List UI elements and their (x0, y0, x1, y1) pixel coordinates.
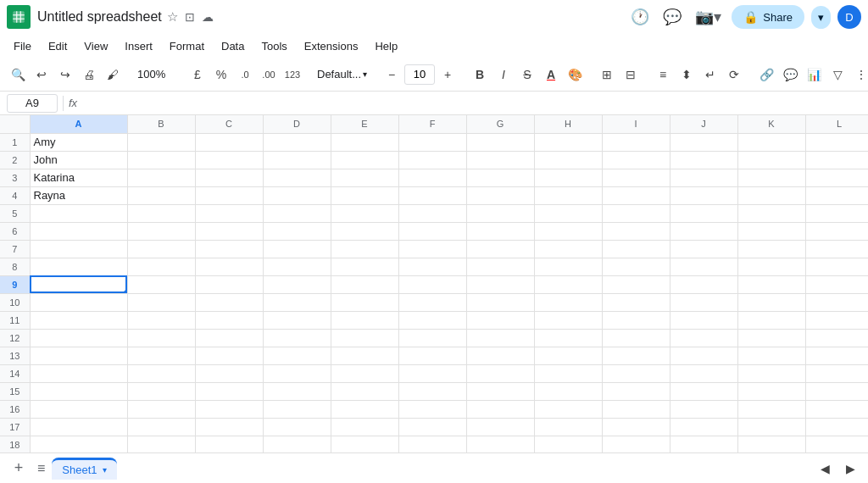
cell-J10[interactable] (670, 293, 737, 311)
row-number-3[interactable]: 3 (0, 169, 30, 186)
spreadsheet-title[interactable]: Untitled spreadsheet (37, 9, 162, 25)
search-button[interactable]: 🔍 (7, 64, 29, 86)
cell-A13[interactable] (30, 347, 127, 364)
cell-B16[interactable] (127, 400, 195, 418)
cell-L7[interactable] (805, 240, 868, 258)
cell-F9[interactable] (398, 275, 466, 293)
cell-I17[interactable] (602, 418, 670, 436)
scroll-right-button[interactable]: ▶ (839, 458, 861, 480)
cell-C3[interactable] (195, 169, 263, 186)
row-number-4[interactable]: 4 (0, 186, 30, 204)
cell-F3[interactable] (398, 169, 466, 186)
cell-L2[interactable] (805, 151, 868, 169)
cell-A12[interactable] (30, 329, 127, 347)
cell-L4[interactable] (805, 186, 868, 204)
cell-D15[interactable] (263, 382, 331, 400)
cell-L10[interactable] (805, 293, 868, 311)
cell-J18[interactable] (670, 436, 737, 452)
cell-G8[interactable] (466, 258, 534, 275)
cell-L12[interactable] (805, 329, 868, 347)
row-number-1[interactable]: 1 (0, 133, 30, 151)
row-number-13[interactable]: 13 (0, 347, 30, 364)
cell-A7[interactable] (30, 240, 127, 258)
cell-E9[interactable] (331, 275, 398, 293)
rotate-button[interactable]: ⟳ (723, 64, 745, 86)
row-number-16[interactable]: 16 (0, 400, 30, 418)
cell-I10[interactable] (602, 293, 670, 311)
row-number-12[interactable]: 12 (0, 329, 30, 347)
cell-B8[interactable] (127, 258, 195, 275)
cell-J9[interactable] (670, 275, 737, 293)
valign-button[interactable]: ⬍ (676, 64, 698, 86)
font-select[interactable]: Default... ▾ (314, 66, 370, 82)
row-number-5[interactable]: 5 (0, 204, 30, 222)
decimal-decrease-button[interactable]: .0 (234, 64, 256, 86)
cell-J5[interactable] (670, 204, 737, 222)
cell-I5[interactable] (602, 204, 670, 222)
cell-H10[interactable] (534, 293, 602, 311)
print-button[interactable]: 🖨 (78, 64, 100, 86)
add-sheet-button[interactable]: + (7, 457, 31, 480)
cell-J1[interactable] (670, 133, 737, 151)
cell-A2[interactable]: John (30, 151, 127, 169)
cell-L5[interactable] (805, 204, 868, 222)
cell-F16[interactable] (398, 400, 466, 418)
cell-K11[interactable] (737, 311, 805, 329)
menu-tools[interactable]: Tools (254, 38, 293, 54)
cell-I18[interactable] (602, 436, 670, 452)
more-button[interactable]: ⋮ (850, 64, 868, 86)
cell-H16[interactable] (534, 400, 602, 418)
cell-D6[interactable] (263, 222, 331, 240)
cell-E6[interactable] (331, 222, 398, 240)
cell-E2[interactable] (331, 151, 398, 169)
cell-A6[interactable] (30, 222, 127, 240)
cell-E5[interactable] (331, 204, 398, 222)
format-123-button[interactable]: 123 (281, 64, 303, 86)
undo-button[interactable]: ↩ (31, 64, 53, 86)
cell-B15[interactable] (127, 382, 195, 400)
cell-K6[interactable] (737, 222, 805, 240)
col-header-b[interactable]: B (127, 115, 195, 133)
font-size-input[interactable] (404, 64, 435, 85)
cell-C8[interactable] (195, 258, 263, 275)
currency-button[interactable]: £ (186, 64, 209, 86)
cell-D1[interactable] (263, 133, 331, 151)
bold-button[interactable]: B (469, 64, 491, 86)
cell-B14[interactable] (127, 364, 195, 382)
row-number-2[interactable]: 2 (0, 151, 30, 169)
cell-H14[interactable] (534, 364, 602, 382)
cell-D14[interactable] (263, 364, 331, 382)
cell-H9[interactable] (534, 275, 602, 293)
percent-button[interactable]: % (210, 64, 232, 86)
cell-J12[interactable] (670, 329, 737, 347)
sheets-menu-button[interactable]: ≡ (34, 458, 48, 480)
cell-G7[interactable] (466, 240, 534, 258)
cell-D5[interactable] (263, 204, 331, 222)
cell-K2[interactable] (737, 151, 805, 169)
col-header-e[interactable]: E (331, 115, 398, 133)
cell-L11[interactable] (805, 311, 868, 329)
cell-L8[interactable] (805, 258, 868, 275)
cell-D2[interactable] (263, 151, 331, 169)
cell-C13[interactable] (195, 347, 263, 364)
cell-C2[interactable] (195, 151, 263, 169)
cell-F17[interactable] (398, 418, 466, 436)
cell-E14[interactable] (331, 364, 398, 382)
col-header-k[interactable]: K (737, 115, 805, 133)
col-header-c[interactable]: C (195, 115, 263, 133)
cell-H11[interactable] (534, 311, 602, 329)
cell-E1[interactable] (331, 133, 398, 151)
cell-D8[interactable] (263, 258, 331, 275)
cell-B17[interactable] (127, 418, 195, 436)
cell-L6[interactable] (805, 222, 868, 240)
row-number-11[interactable]: 11 (0, 311, 30, 329)
cell-G10[interactable] (466, 293, 534, 311)
cell-A8[interactable] (30, 258, 127, 275)
merge-button[interactable]: ⊟ (620, 64, 642, 86)
decimal-increase-button[interactable]: .00 (258, 64, 280, 86)
cell-E12[interactable] (331, 329, 398, 347)
cell-B3[interactable] (127, 169, 195, 186)
cell-I4[interactable] (602, 186, 670, 204)
cell-F18[interactable] (398, 436, 466, 452)
cell-H2[interactable] (534, 151, 602, 169)
